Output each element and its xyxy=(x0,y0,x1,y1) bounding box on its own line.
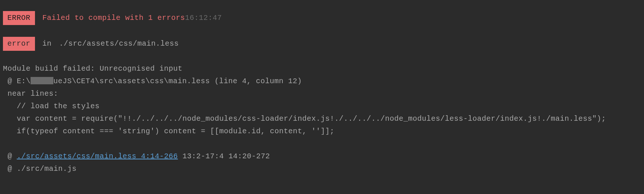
timestamp: 16:12:47 xyxy=(185,14,222,22)
at-prefix: @ E:\ xyxy=(3,77,31,85)
stack-line-1-rest: 13:2-17:4 14:20-272 xyxy=(178,152,270,161)
error-summary-text: Failed to compile with 1 errors xyxy=(42,14,185,22)
error-badge-uppercase: ERROR xyxy=(3,11,35,25)
error-in-prefix: in xyxy=(42,39,56,48)
error-badge-lowercase: error xyxy=(3,37,35,51)
stack-footer: @ ./src/assets/css/main.less 4:14-266 13… xyxy=(3,150,641,175)
module-error-block: Module build failed: Unrecognised input … xyxy=(3,63,641,138)
stack-line-1: @ ./src/assets/css/main.less 4:14-266 13… xyxy=(3,150,641,163)
code-var-line: var content = require("!!./../../../node… xyxy=(3,113,641,125)
module-at-line: @ E:\ueJS\CET4\src\assets\css\main.less … xyxy=(3,75,641,88)
module-failed-line: Module build failed: Unrecognised input xyxy=(3,63,641,75)
near-lines-label: near lines: xyxy=(3,88,641,100)
source-map-link[interactable]: ./src/assets/css/main.less 4:14-266 xyxy=(17,152,178,161)
error-file-line: error in ./src/assets/css/main.less xyxy=(3,37,641,51)
code-if-line: if(typeof content === 'string') content … xyxy=(3,125,641,138)
at-path-rest: ueJS\CET4\src\assets\css\main.less (line… xyxy=(53,77,302,85)
at-symbol: @ xyxy=(3,152,17,161)
error-file-path: ./src/assets/css/main.less xyxy=(59,39,179,48)
code-comment-line: // load the styles xyxy=(3,100,641,113)
error-header-line: ERROR Failed to compile with 1 errors16:… xyxy=(3,11,641,25)
stack-line-2: @ ./src/main.js xyxy=(3,163,641,175)
redacted-path-segment xyxy=(31,77,53,84)
